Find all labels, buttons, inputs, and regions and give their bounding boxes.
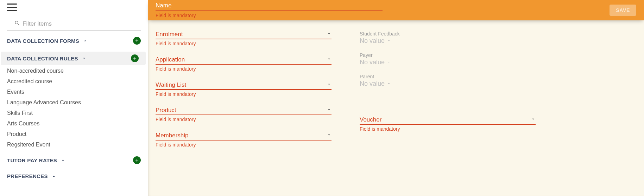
section-title: DATA COLLECTION RULES bbox=[7, 55, 78, 61]
save-button[interactable]: SAVE bbox=[610, 5, 636, 16]
chevron-down-icon bbox=[82, 56, 87, 61]
list-item[interactable]: Language Advanced Courses bbox=[0, 97, 148, 108]
student-feedback-field[interactable]: Student Feedback No value bbox=[360, 31, 536, 45]
field-label: Parent bbox=[360, 74, 536, 79]
chevron-up-icon bbox=[51, 174, 56, 179]
field-error: Field is mandatory bbox=[156, 91, 332, 97]
chevron-down-icon bbox=[327, 31, 332, 38]
section-title: PREFERENCES bbox=[7, 173, 48, 179]
field-error: Field is mandatory bbox=[156, 66, 332, 72]
add-button[interactable] bbox=[133, 156, 141, 164]
waiting-list-field[interactable]: Waiting List Field is mandatory bbox=[156, 81, 332, 97]
field-value: No value bbox=[360, 59, 385, 66]
name-error: Field is mandatory bbox=[156, 13, 383, 18]
field-error: Field is mandatory bbox=[360, 126, 536, 132]
payer-field[interactable]: Payer No value bbox=[360, 52, 536, 66]
field-label: Payer bbox=[360, 52, 536, 58]
section-header-data-collection-forms[interactable]: DATA COLLECTION FORMS bbox=[0, 34, 148, 47]
list-item[interactable]: Skills First bbox=[0, 108, 148, 118]
voucher-field[interactable]: Voucher Field is mandatory bbox=[360, 116, 536, 132]
search-field[interactable] bbox=[7, 15, 141, 31]
name-field[interactable]: Name bbox=[156, 2, 383, 11]
field-error: Field is mandatory bbox=[156, 41, 332, 46]
chevron-down-icon bbox=[387, 38, 391, 45]
field-value: No value bbox=[360, 80, 385, 87]
section-header-data-collection-rules[interactable]: DATA COLLECTION RULES bbox=[1, 52, 146, 65]
add-button[interactable] bbox=[131, 54, 139, 62]
list-item[interactable]: Events bbox=[0, 87, 148, 97]
search-input[interactable] bbox=[20, 19, 134, 29]
chevron-up-icon bbox=[61, 158, 65, 163]
chevron-down-icon bbox=[531, 116, 536, 123]
form-column-1: Enrolment Field is mandatory Application… bbox=[156, 31, 332, 148]
field-label: Product bbox=[156, 107, 327, 114]
chevron-down-icon bbox=[327, 81, 332, 89]
list-item[interactable]: Product bbox=[0, 129, 148, 139]
chevron-down-icon bbox=[327, 107, 332, 114]
field-label: Student Feedback bbox=[360, 31, 536, 37]
search-icon bbox=[14, 20, 20, 28]
field-label: Membership bbox=[156, 132, 327, 139]
add-button[interactable] bbox=[133, 37, 141, 45]
section-title: DATA COLLECTION FORMS bbox=[7, 38, 79, 44]
list-item[interactable]: Arts Courses bbox=[0, 118, 148, 129]
section-title: TUTOR PAY RATES bbox=[7, 157, 57, 163]
field-label: Waiting List bbox=[156, 81, 327, 89]
chevron-down-icon bbox=[387, 59, 391, 66]
chevron-down-icon bbox=[387, 80, 391, 87]
section-header-preferences[interactable]: PREFERENCES bbox=[0, 170, 148, 182]
parent-field[interactable]: Parent No value bbox=[360, 74, 536, 87]
chevron-down-icon bbox=[327, 56, 332, 63]
field-label: Application bbox=[156, 56, 327, 63]
chevron-down-icon bbox=[327, 132, 332, 139]
sidebar: DATA COLLECTION FORMS DATA COLLECTION RU… bbox=[0, 0, 148, 196]
menu-icon[interactable] bbox=[7, 4, 17, 11]
field-error: Field is mandatory bbox=[156, 142, 332, 148]
list-item[interactable]: Regsitered Event bbox=[0, 139, 148, 150]
membership-field[interactable]: Membership Field is mandatory bbox=[156, 132, 332, 148]
field-error: Field is mandatory bbox=[156, 117, 332, 122]
section-header-tutor-pay-rates[interactable]: TUTOR PAY RATES bbox=[0, 153, 148, 167]
chevron-up-icon bbox=[83, 38, 88, 43]
list-item[interactable]: Non-accredited course bbox=[0, 66, 148, 76]
application-field[interactable]: Application Field is mandatory bbox=[156, 56, 332, 72]
header-bar: Name Field is mandatory SAVE bbox=[148, 0, 644, 20]
product-field[interactable]: Product Field is mandatory bbox=[156, 107, 332, 122]
form-column-2: Student Feedback No value Payer No value… bbox=[360, 31, 536, 148]
field-label: Voucher bbox=[360, 116, 531, 123]
list-item[interactable]: Accredited course bbox=[0, 76, 148, 87]
field-label: Enrolment bbox=[156, 31, 327, 38]
field-value: No value bbox=[360, 37, 385, 45]
enrolment-field[interactable]: Enrolment Field is mandatory bbox=[156, 31, 332, 46]
main-content: Name Field is mandatory SAVE Enrolment F… bbox=[148, 0, 644, 196]
